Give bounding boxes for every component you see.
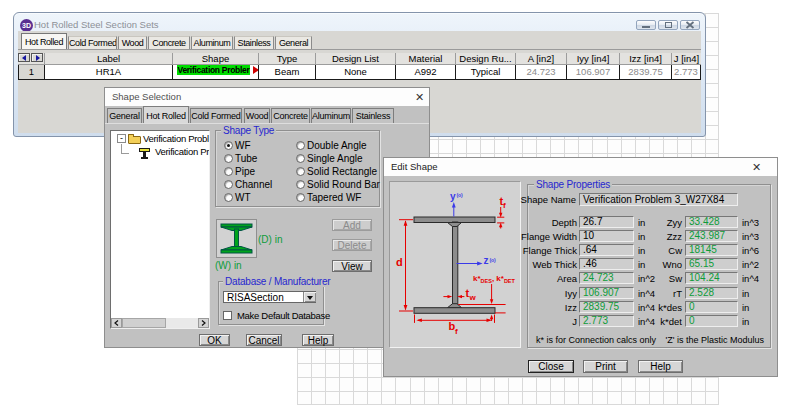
svg-text:w: w	[468, 293, 476, 302]
svg-text:f: f	[503, 201, 506, 210]
svg-text:y: y	[450, 191, 456, 202]
svg-text:(o): (o)	[456, 192, 463, 198]
svg-text:f: f	[455, 327, 458, 336]
svg-text:z: z	[483, 255, 488, 266]
svg-text:d: d	[396, 256, 403, 268]
